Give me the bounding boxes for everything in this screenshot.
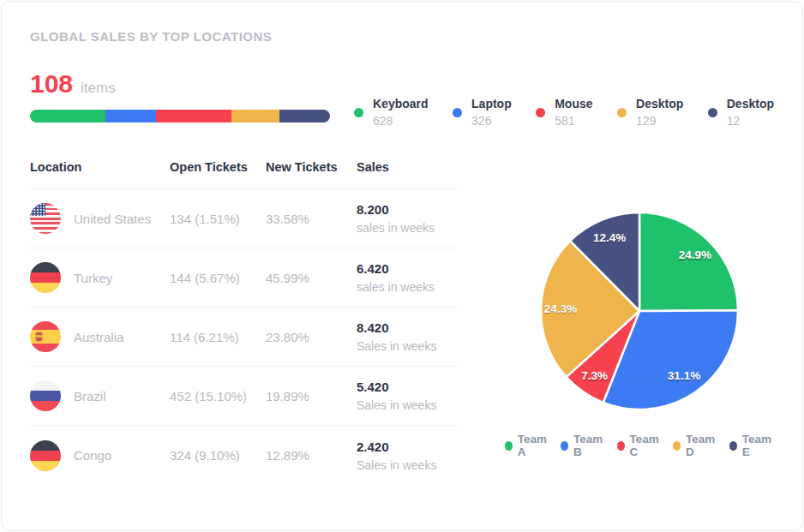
- product-legend-value: 326: [471, 113, 512, 130]
- location-cell: Congo: [30, 440, 170, 471]
- column-header-open-tickets: Open Tickets: [170, 160, 266, 174]
- table-row[interactable]: Congo324 (9.10%)12.89%2.420Sales in week…: [30, 426, 457, 485]
- items-count-line: 108 items: [30, 69, 330, 99]
- sales-caption: sales in weeks: [357, 221, 457, 235]
- product-legend-text: Laptop326: [471, 95, 512, 130]
- legend-dot-icon: [453, 108, 462, 117]
- pie-slice-label: 24.3%: [544, 302, 577, 315]
- product-legend-item-desktop: Desktop129: [617, 95, 683, 130]
- sales-value: 5.420: [357, 380, 457, 394]
- sales-cell: 5.420Sales in weeks: [357, 380, 457, 412]
- pie-legend-label: Team C: [630, 433, 663, 458]
- table-body: United States134 (1.51%)33.58%8.200sales…: [30, 189, 457, 485]
- legend-dot-icon: [617, 108, 627, 117]
- pie-legend-label: Team B: [573, 433, 606, 458]
- product-legend-value: 129: [636, 113, 683, 130]
- pie-legend-item-team-e[interactable]: Team E: [729, 433, 774, 458]
- us-flag-icon: [30, 203, 61, 234]
- items-summary: 108 items: [30, 69, 330, 123]
- sales-value: 8.420: [357, 320, 457, 335]
- new-tickets-value: 33.58%: [266, 212, 357, 226]
- pie-legend-label: Team E: [742, 433, 774, 458]
- pie-legend-item-team-b[interactable]: Team B: [561, 433, 606, 458]
- location-cell: Brazil: [30, 380, 170, 411]
- ru-flag-icon: [30, 380, 61, 411]
- teams-pie-chart: 24.9%24.9%31.1%31.1%7.3%7.3%24.3%24.3%12…: [528, 200, 751, 422]
- open-tickets-value: 324 (9.10%): [170, 448, 266, 463]
- de-flag-icon: [30, 262, 61, 293]
- location-name: Brazil: [74, 389, 106, 403]
- legend-dot-icon: [561, 441, 568, 451]
- teams-pie-section: 24.9%24.9%31.1%31.1%7.3%7.3%24.3%24.3%12…: [457, 160, 774, 485]
- pie-legend-label: Team D: [686, 433, 718, 458]
- legend-dot-icon: [617, 441, 625, 451]
- product-legend-label: Desktop: [636, 95, 683, 113]
- items-bar-segment-keyboard: [30, 110, 105, 123]
- table-row[interactable]: Turkey144 (5.67%)45.99%6.420sales in wee…: [30, 248, 457, 308]
- location-name: Turkey: [74, 271, 112, 285]
- sales-cell: 8.420Sales in weeks: [357, 320, 457, 353]
- products-legend: Keyboard628Laptop326Mouse581Desktop129De…: [354, 95, 774, 130]
- items-count-label: items: [81, 80, 116, 97]
- column-header-sales: Sales: [357, 160, 457, 174]
- pie-legend-item-team-d[interactable]: Team D: [673, 433, 718, 458]
- legend-dot-icon: [708, 108, 717, 117]
- open-tickets-value: 452 (15.10%): [170, 389, 266, 403]
- teams-pie-legend: Team ATeam BTeam CTeam DTeam E: [505, 433, 774, 458]
- legend-dot-icon: [673, 441, 681, 451]
- items-bar-segment-mouse: [156, 110, 231, 123]
- product-legend-text: Mouse581: [555, 95, 592, 130]
- locations-table: LocationOpen TicketsNew TicketsSales Uni…: [30, 160, 457, 485]
- items-bar: [30, 110, 330, 123]
- open-tickets-value: 114 (6.21%): [170, 330, 266, 344]
- sales-value: 2.420: [357, 439, 457, 454]
- product-legend-value: 628: [373, 113, 429, 130]
- table-row[interactable]: Australia114 (6.21%)23.80%8.420Sales in …: [30, 308, 457, 367]
- product-legend-item-keyboard: Keyboard628: [354, 95, 429, 130]
- new-tickets-value: 45.99%: [266, 271, 357, 285]
- product-legend-label: Keyboard: [373, 95, 429, 113]
- product-legend-label: Laptop: [471, 95, 512, 113]
- sales-cell: 2.420Sales in weeks: [357, 439, 457, 472]
- main-row: LocationOpen TicketsNew TicketsSales Uni…: [2, 160, 802, 485]
- pie-slice-label: 12.4%: [593, 231, 626, 244]
- sales-caption: Sales in weeks: [357, 458, 457, 472]
- product-legend-item-desktop: Desktop12: [708, 95, 774, 130]
- open-tickets-value: 144 (5.67%): [170, 271, 266, 285]
- legend-dot-icon: [729, 441, 737, 451]
- product-legend-item-mouse: Mouse581: [536, 95, 592, 130]
- pie-legend-item-team-a[interactable]: Team A: [505, 433, 549, 458]
- pie-slice-label: 7.3%: [581, 369, 608, 382]
- legend-dot-icon: [505, 441, 513, 451]
- open-tickets-value: 134 (1.51%): [170, 212, 266, 226]
- product-legend-value: 12: [727, 113, 774, 130]
- new-tickets-value: 12.89%: [266, 448, 357, 463]
- pie-legend-item-team-c[interactable]: Team C: [617, 433, 663, 458]
- items-bar-segment-desktop: [231, 110, 279, 123]
- page-title: GLOBAL SALES BY TOP LOCATIONS: [2, 2, 802, 44]
- location-cell: Turkey: [30, 262, 170, 293]
- product-legend-text: Desktop12: [727, 95, 774, 130]
- de-flag-icon: [30, 440, 61, 471]
- product-legend-item-laptop: Laptop326: [453, 95, 512, 130]
- items-count: 108: [30, 69, 73, 99]
- location-name: United States: [74, 212, 151, 226]
- product-legend-text: Desktop129: [636, 95, 683, 130]
- table-row[interactable]: Brazil452 (15.10%)19.89%5.420Sales in we…: [30, 367, 457, 426]
- table-row[interactable]: United States134 (1.51%)33.58%8.200sales…: [30, 189, 457, 248]
- sales-value: 8.200: [357, 202, 457, 217]
- legend-dot-icon: [354, 108, 363, 117]
- sales-caption: sales in weeks: [357, 280, 457, 294]
- product-legend-value: 581: [555, 113, 592, 130]
- pie-legend-label: Team A: [518, 433, 549, 458]
- location-name: Congo: [74, 448, 111, 463]
- column-header-new-tickets: New Tickets: [266, 160, 357, 174]
- pie-slice-label: 31.1%: [668, 369, 700, 382]
- sales-cell: 8.200sales in weeks: [357, 202, 457, 235]
- pie-slice-label: 24.9%: [679, 248, 711, 261]
- sales-value: 6.420: [357, 261, 457, 276]
- column-header-location: Location: [30, 160, 170, 174]
- product-legend-text: Keyboard628: [373, 95, 429, 130]
- items-bar-segment-desktop-2: [279, 110, 331, 123]
- location-name: Australia: [74, 330, 123, 344]
